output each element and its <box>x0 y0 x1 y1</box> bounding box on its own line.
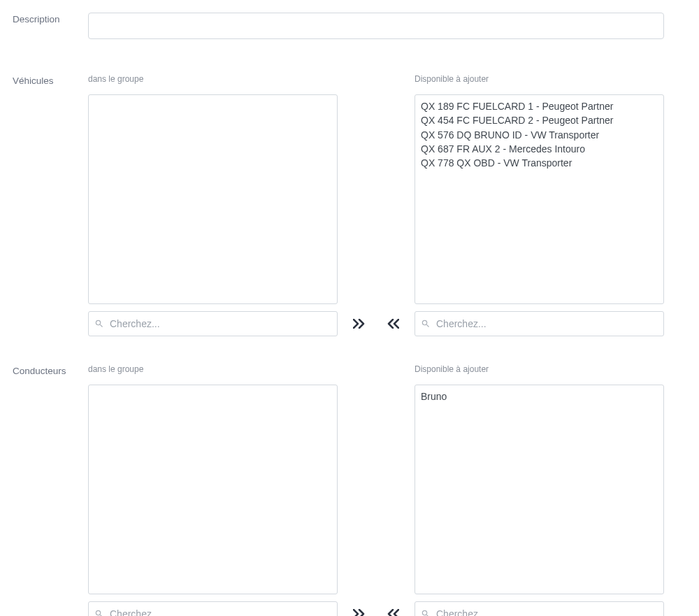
drivers-in-group-search[interactable] <box>110 608 331 616</box>
drivers-available-sublabel: Disponible à ajouter <box>415 364 664 374</box>
list-item[interactable]: QX 576 DQ BRUNO ID - VW Transporter <box>421 128 658 142</box>
list-item[interactable]: QX 454 FC FUELCARD 2 - Peugeot Partner <box>421 113 658 127</box>
drivers-move-left-button[interactable] <box>387 609 399 616</box>
vehicles-available-listbox[interactable]: QX 189 FC FUELCARD 1 - Peugeot PartnerQX… <box>415 94 664 304</box>
vehicles-move-right-button[interactable] <box>353 319 366 329</box>
list-item[interactable]: Bruno <box>421 389 658 403</box>
vehicles-move-left-button[interactable] <box>387 319 399 329</box>
drivers-available-listbox[interactable]: Bruno <box>415 385 664 594</box>
drivers-in-group-sublabel: dans le groupe <box>88 364 338 374</box>
chevron-double-left-icon <box>387 319 399 329</box>
vehicles-in-group-sublabel: dans le groupe <box>88 74 338 84</box>
vehicles-available-search-container <box>415 311 664 336</box>
drivers-field-label: Conducteurs <box>13 364 88 376</box>
drivers-in-group-search-container <box>88 601 338 616</box>
drivers-available-search[interactable] <box>436 608 658 616</box>
search-icon <box>421 609 431 616</box>
drivers-available-search-container <box>415 601 664 616</box>
search-icon <box>94 319 104 329</box>
vehicles-available-search[interactable] <box>436 318 658 329</box>
vehicles-field-label: Véhicules <box>13 74 88 86</box>
list-item[interactable]: QX 189 FC FUELCARD 1 - Peugeot Partner <box>421 99 658 113</box>
list-item[interactable]: QX 778 QX OBD - VW Transporter <box>421 156 658 170</box>
vehicles-in-group-search[interactable] <box>110 318 331 329</box>
description-field-label: Description <box>13 13 88 24</box>
list-item[interactable]: QX 687 FR AUX 2 - Mercedes Intouro <box>421 142 658 156</box>
search-icon <box>94 609 104 616</box>
vehicles-available-sublabel: Disponible à ajouter <box>415 74 664 84</box>
description-input[interactable] <box>88 13 664 39</box>
chevron-double-right-icon <box>353 609 366 616</box>
drivers-move-right-button[interactable] <box>353 609 366 616</box>
vehicles-in-group-search-container <box>88 311 338 336</box>
vehicles-in-group-listbox[interactable] <box>88 94 338 304</box>
search-icon <box>421 319 431 329</box>
drivers-in-group-listbox[interactable] <box>88 385 338 594</box>
chevron-double-left-icon <box>387 609 399 616</box>
chevron-double-right-icon <box>353 319 366 329</box>
